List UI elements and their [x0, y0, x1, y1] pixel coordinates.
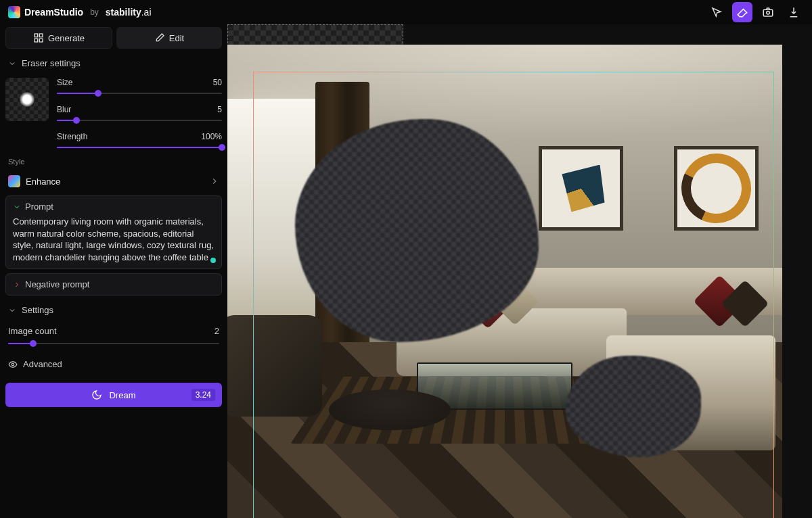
- cursor-tool-button[interactable]: [706, 2, 727, 22]
- download-button[interactable]: [784, 2, 804, 22]
- canvas-area[interactable]: [227, 24, 812, 518]
- brand-name: stability.ai: [106, 7, 152, 18]
- svg-rect-5: [39, 39, 43, 42]
- advanced-label: Advanced: [23, 359, 62, 369]
- negative-prompt-title: Negative prompt: [25, 279, 89, 289]
- strength-slider[interactable]: Strength 100%: [57, 132, 222, 152]
- dream-button[interactable]: Dream 3.24: [5, 383, 222, 407]
- prompt-title: Prompt: [25, 202, 53, 212]
- svg-point-6: [12, 363, 14, 366]
- chevron-down-icon: [8, 306, 16, 314]
- camera-tool-button[interactable]: [758, 2, 778, 22]
- pencil-icon: [154, 32, 165, 43]
- advanced-toggle[interactable]: Advanced: [5, 354, 222, 375]
- style-swatch-icon: [8, 175, 20, 187]
- cursor-icon: [710, 6, 723, 18]
- wall-art: [539, 146, 623, 231]
- prompt-text[interactable]: Contemporary living room with organic ma…: [13, 216, 215, 263]
- strength-value: 100%: [201, 132, 222, 141]
- dream-cost: 3.24: [191, 389, 215, 401]
- strength-label: Strength: [57, 132, 87, 141]
- dream-label: Dream: [109, 390, 135, 400]
- settings-toggle[interactable]: Settings: [5, 300, 222, 321]
- eraser-tool-button[interactable]: [732, 2, 752, 22]
- svg-rect-0: [763, 9, 773, 16]
- prompt-status-dot-icon: [210, 258, 216, 263]
- tab-edit[interactable]: Edit: [116, 27, 222, 49]
- size-value: 50: [213, 78, 222, 87]
- camera-icon: [762, 6, 774, 18]
- wall-art: [674, 146, 759, 231]
- eye-icon: [8, 360, 18, 369]
- prompt-box[interactable]: Prompt Contemporary living room with org…: [5, 195, 222, 269]
- canvas-image[interactable]: [227, 45, 782, 518]
- negative-prompt-box[interactable]: Negative prompt: [5, 273, 222, 296]
- style-heading: Style: [5, 156, 222, 167]
- size-slider[interactable]: Size 50: [57, 78, 222, 98]
- size-label: Size: [57, 78, 72, 87]
- tab-edit-label: Edit: [169, 33, 184, 43]
- tab-generate[interactable]: Generate: [5, 27, 112, 49]
- tab-generate-label: Generate: [48, 33, 85, 43]
- download-icon: [788, 6, 800, 18]
- image-count-value: 2: [215, 326, 219, 336]
- grid-icon: [33, 32, 44, 43]
- erased-region[interactable]: [566, 356, 701, 457]
- blur-label: Blur: [57, 105, 71, 114]
- moon-icon: [91, 390, 102, 400]
- svg-rect-3: [39, 34, 43, 37]
- brush-preview: [5, 78, 49, 121]
- chevron-right-icon: [210, 176, 219, 186]
- style-value: Enhance: [26, 176, 60, 187]
- logo-mark-icon: [8, 6, 20, 18]
- chevron-right-icon: [13, 281, 21, 289]
- blur-value: 5: [217, 105, 222, 114]
- erased-region[interactable]: [295, 119, 539, 342]
- svg-rect-4: [35, 39, 38, 42]
- eraser-settings-toggle[interactable]: Eraser settings: [5, 53, 222, 74]
- svg-point-1: [767, 11, 770, 15]
- chevron-down-icon: [13, 203, 21, 211]
- app-name: DreamStudio: [24, 7, 83, 18]
- brush-dot-icon: [20, 92, 35, 107]
- eraser-icon: [736, 6, 748, 18]
- image-count-slider[interactable]: [8, 339, 219, 348]
- eraser-settings-label: Eraser settings: [22, 58, 81, 68]
- style-selector[interactable]: Enhance: [5, 171, 222, 191]
- image-count-label: Image count: [8, 326, 57, 336]
- by-label: by: [90, 7, 99, 17]
- logo: DreamStudio by stability.ai: [8, 6, 152, 18]
- blur-slider[interactable]: Blur 5: [57, 105, 222, 125]
- chevron-down-icon: [8, 60, 16, 68]
- svg-rect-2: [35, 34, 38, 37]
- settings-label: Settings: [22, 305, 53, 315]
- sidebar: Generate Edit Eraser settings Size 50: [0, 24, 227, 518]
